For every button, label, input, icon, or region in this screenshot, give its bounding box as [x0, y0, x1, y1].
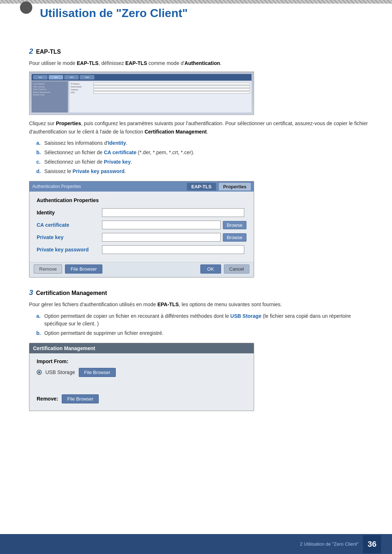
page-title: Utilisation de "Zero Client" — [40, 7, 188, 20]
list-item-c: c. Sélectionnez un fichier de Private ke… — [36, 158, 374, 166]
section3-number: 3 — [29, 288, 33, 297]
dialog-footer: Remove File Browser OK Cancel — [29, 262, 254, 277]
ca-certificate-input[interactable] — [102, 221, 221, 229]
list-text-d: Saisissez le Private key password. — [44, 168, 126, 175]
section2-intro: Pour utiliser le mode EAP-TLS, définisse… — [29, 59, 374, 67]
screenshot-box: Tab1 Tab2 Tab3 Tab4 Local Network Client… — [29, 71, 254, 115]
auth-properties-dialog: Authentication Properties EAP-TLS Proper… — [29, 181, 254, 278]
cert-import-row: USB Storage File Browser — [37, 368, 246, 377]
toolbar-tab-4: Tab4 — [80, 75, 94, 79]
remove-button[interactable]: Remove — [34, 264, 62, 274]
ok-button[interactable]: OK — [200, 264, 221, 274]
section2-text2: Cliquez sur Properties, puis configurez … — [29, 119, 374, 136]
private-key-password-input[interactable] — [102, 245, 244, 254]
top-stripe — [0, 0, 392, 4]
ca-certificate-browse-button[interactable]: Browse — [223, 221, 246, 229]
cancel-button[interactable]: Cancel — [224, 264, 249, 274]
private-key-input[interactable] — [102, 233, 221, 242]
identity-label: Identity — [37, 210, 102, 216]
section3-list-letter-b: b. — [36, 329, 44, 337]
page-number: 36 — [363, 535, 381, 553]
section3-list-item-a: a. Option permettant de copier un fichie… — [36, 312, 374, 328]
list-text-c: Sélectionnez un fichier de Private key. — [44, 158, 132, 166]
private-key-password-label: Private key password — [37, 247, 102, 253]
main-content: 2 EAP-TLS Pour utiliser le mode EAP-TLS,… — [29, 36, 374, 532]
cert-management-dialog: Certification Management Import From: US… — [29, 343, 254, 411]
screenshot-row-4: DNS: — [71, 91, 250, 94]
screenshot-row-1: IP Address: — [71, 83, 250, 85]
private-key-field: Private key Browse — [37, 233, 246, 242]
list-item-d: d. Saisissez le Private key password. — [36, 168, 374, 175]
section3-title: Certification Management — [36, 290, 107, 296]
dialog-section-title: Authentication Properties — [37, 197, 246, 203]
section3-list-text-b: Option permettant de supprimer un fichie… — [44, 329, 163, 337]
list-letter-a: a. — [36, 139, 44, 147]
ca-certificate-label: CA certificate — [37, 222, 102, 228]
section3-intro: Pour gérer les fichiers d'authentificati… — [29, 300, 374, 308]
file-browser-button[interactable]: File Browser — [65, 264, 102, 274]
list-letter-d: d. — [36, 168, 44, 175]
cert-dialog-body: Import From: USB Storage File Browser Re… — [29, 353, 254, 411]
screenshot-body: Local Network Client Settings Client Pro… — [32, 81, 252, 112]
screenshot-sidebar: Local Network Client Settings Client Pro… — [32, 81, 68, 112]
private-key-password-field: Private key password — [37, 245, 246, 254]
top-circle-icon — [20, 1, 32, 14]
cert-usb-storage-label: USB Storage — [45, 369, 75, 375]
list-item-a: a. Saisissez les informations d'Identity… — [36, 139, 374, 147]
list-text-b: Sélectionnez un fichier de CA certificat… — [44, 149, 194, 156]
identity-field: Identity — [37, 208, 246, 217]
dialog-titlebar: Authentication Properties EAP-TLS Proper… — [29, 181, 254, 192]
screenshot-row-2: Subnet Mask: — [71, 86, 250, 88]
list-item-b: b. Sélectionnez un fichier de CA certifi… — [36, 149, 374, 156]
section3-list-item-b: b. Option permettant de supprimer un fic… — [36, 329, 374, 337]
dialog-footer-left: Remove File Browser — [34, 264, 197, 274]
section3-header: 3 Certification Management — [29, 288, 374, 297]
section2-header: 2 EAP-TLS — [29, 47, 374, 56]
cert-dialog-titlebar: Certification Management — [29, 343, 254, 353]
list-letter-b: b. — [36, 149, 44, 156]
list-text-a: Saisissez les informations d'Identity. — [44, 139, 127, 147]
screenshot-row-3: Gateway: — [71, 89, 250, 91]
screenshot-toolbar: Tab1 Tab2 Tab3 Tab4 — [32, 74, 252, 81]
page-footer: 2 Utilisation de "Zero Client" 36 — [0, 534, 392, 554]
screenshot-main: IP Address: Subnet Mask: Gateway: DNS: — [69, 81, 252, 112]
cert-remove-filebrowser-button[interactable]: File Browser — [62, 394, 99, 403]
section2-number: 2 — [29, 47, 33, 56]
list-letter-c: c. — [36, 158, 44, 166]
cert-import-filebrowser-button[interactable]: File Browser — [79, 368, 116, 377]
ca-certificate-field: CA certificate Browse — [37, 221, 246, 229]
toolbar-tab-1: Tab1 — [33, 75, 48, 79]
cert-remove-label: Remove: — [37, 396, 58, 402]
dialog-title-text: Authentication Properties — [32, 184, 184, 189]
cert-radio-usb[interactable] — [37, 370, 42, 375]
private-key-browse-button[interactable]: Browse — [223, 233, 246, 242]
screenshot-inner: Tab1 Tab2 Tab3 Tab4 Local Network Client… — [29, 72, 254, 115]
cert-radio-inner — [38, 371, 40, 373]
dialog-tab-properties[interactable]: Properties — [219, 183, 251, 190]
section3-list-letter-a: a. — [36, 312, 44, 320]
toolbar-tab-3: Tab3 — [64, 75, 79, 79]
dialog-tab-eaptls[interactable]: EAP-TLS — [187, 183, 216, 190]
section2-title: EAP-TLS — [36, 49, 61, 55]
section3-list-text-a: Option permettant de copier un fichier e… — [44, 312, 374, 328]
identity-input[interactable] — [102, 208, 244, 217]
toolbar-tab-2: Tab2 — [49, 75, 63, 79]
cert-import-label: Import From: — [37, 358, 246, 364]
dialog-body: Authentication Properties Identity CA ce… — [29, 192, 254, 262]
private-key-label: Private key — [37, 234, 102, 240]
cert-remove-row: Remove: File Browser — [37, 394, 246, 403]
footer-text: 2 Utilisation de "Zero Client" — [300, 541, 359, 547]
